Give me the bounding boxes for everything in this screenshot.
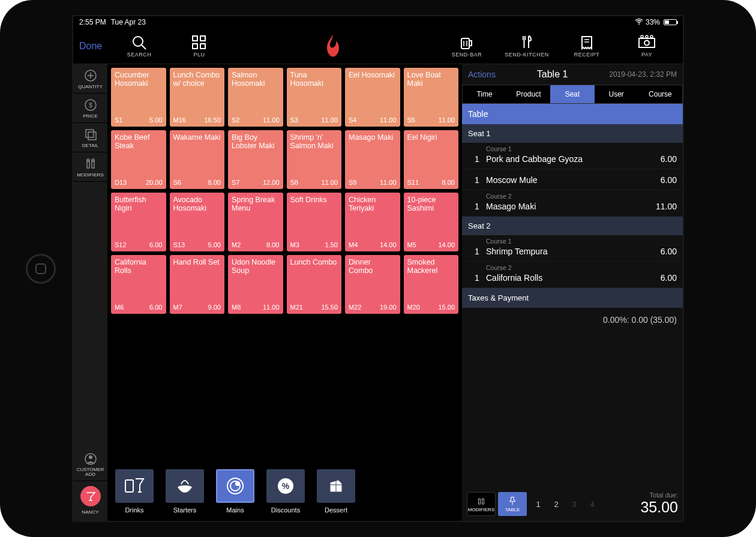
screen: 2:55 PM Tue Apr 23 33% Done SEARCH PLU [72,15,684,522]
nancy-user-button[interactable]: NANCY [73,481,107,521]
product-card[interactable]: Shrimp 'n' Salmon MakiS811.00 [287,130,342,189]
line-price: 6.00 [641,154,677,164]
product-card[interactable]: Tuna HosomakiS311.00 [287,68,342,127]
filter-product[interactable]: Product [506,85,550,103]
search-icon [131,35,147,50]
table-section-header[interactable]: Table [462,104,683,124]
product-card[interactable]: Love Boat MakiS511.00 [404,68,459,127]
product-name: Soft Drinks [290,196,338,204]
svg-rect-4 [200,36,205,41]
product-price: 11.00 [321,116,338,124]
filter-tabs: TimeProductSeatUserCourse [462,85,683,104]
home-button[interactable] [26,254,56,284]
modifiers-icon [476,496,486,506]
product-name: Lunch Combo w/ choice [173,71,221,88]
product-card[interactable]: Eel NigiriS118.00 [404,130,459,189]
seat-header[interactable]: Seat 1 [462,124,683,143]
cash-icon [638,35,656,50]
product-card[interactable]: Big Boy Lobster MakiS712.00 [228,130,283,189]
svg-rect-37 [482,499,484,504]
page-4: 4 [583,492,601,516]
category-mains[interactable]: Mains [213,469,257,514]
line-price: 6.00 [641,175,677,185]
product-code: S11 [407,179,419,186]
product-code: S8 [290,179,298,186]
product-code: M3 [290,241,299,248]
product-grid: Cucumber HosomakiS15.00Lunch Combo w/ ch… [111,68,458,314]
line-price: 6.00 [641,247,677,256]
taxes-header[interactable]: Taxes & Payment [462,288,683,308]
product-code: M22 [349,304,361,311]
category-dessert[interactable]: Dessert [314,469,358,514]
page-1[interactable]: 1 [529,492,547,516]
receipt-icon [579,35,595,50]
svg-rect-23 [88,132,96,140]
product-card[interactable]: Eel HosomakiS411.00 [345,68,400,127]
order-line[interactable]: 1Shrimp Tempura6.00 [462,245,683,262]
category-drinks[interactable]: Drinks [112,469,157,514]
product-card[interactable]: Butterfish NigiriS126.00 [111,193,166,251]
svg-rect-12 [639,38,655,47]
svg-rect-7 [461,38,469,49]
page-2[interactable]: 2 [547,492,565,516]
product-card[interactable]: Kobe Beef SteakD1320.00 [111,130,166,189]
product-card[interactable]: Salmon HosomakiS211.00 [228,68,283,127]
category-starters[interactable]: Starters [163,469,207,514]
receipt-button[interactable]: RECEIPT [557,35,617,58]
pay-button[interactable]: PAY [617,35,677,58]
product-price: 11.00 [380,116,397,124]
logo [229,34,437,58]
product-card[interactable]: Masago MakiS911.00 [345,130,400,189]
seat-header[interactable]: Seat 2 [462,217,683,235]
product-card[interactable]: Chicken TeriyakiM414.00 [345,193,400,251]
quantity-button[interactable]: QUANTITY [73,64,107,94]
done-button[interactable]: Done [79,41,109,52]
filter-seat[interactable]: Seat [550,85,594,103]
product-name: Kobe Beef Steak [115,133,163,150]
product-card[interactable]: California RollsM66.00 [111,255,166,314]
filter-time[interactable]: Time [463,85,506,103]
total-due-value: 35.00 [640,499,678,516]
order-line[interactable]: 1California Rolls6.00 [462,271,683,288]
order-line[interactable]: 1Moscow Mule6.00 [462,169,683,190]
product-card[interactable]: Udon Noodle SoupM811.00 [228,255,283,314]
category-label: Mains [226,506,244,514]
battery-percent: 33% [646,18,660,26]
product-card[interactable]: Hand Roll SetM79.00 [170,255,225,314]
product-card[interactable]: Soft DrinksM31.50 [287,193,342,251]
customer-add-button[interactable]: CUSTOMER ADD [73,448,107,481]
svg-point-0 [638,23,640,25]
product-card[interactable]: Avocado HosomakiS135.00 [170,193,225,251]
detail-button[interactable]: DETAIL [73,123,107,152]
send-bar-button[interactable]: SEND-BAR [437,35,497,58]
actions-button[interactable]: Actions [468,70,496,79]
product-card[interactable]: Cucumber HosomakiS15.00 [111,68,166,127]
modifiers-button[interactable]: MODIFIERS [73,152,107,182]
line-qty: 1 [468,247,486,256]
line-qty: 1 [468,273,486,283]
product-card[interactable]: Dinner ComboM2219.00 [345,255,400,314]
product-card[interactable]: Smoked MackerelM2015.00 [404,255,459,314]
category-discounts[interactable]: %Discounts [263,469,308,514]
svg-rect-24 [87,161,89,168]
price-button[interactable]: $ PRICE [73,94,107,123]
product-card[interactable]: 10-piece SashimiM514.00 [404,193,459,251]
order-line[interactable]: 1Pork and Cabbage Gyoza6.00 [462,152,683,169]
foot-modifiers-button[interactable]: MODIFIERS [467,492,496,516]
send-kitchen-button[interactable]: SEND-KITCHEN [497,35,557,58]
filter-course[interactable]: Course [638,85,682,103]
product-card[interactable]: Lunch ComboM2115.50 [287,255,342,314]
product-card[interactable]: Wakame MakiS68.00 [170,130,225,189]
svg-rect-3 [193,36,197,41]
product-card[interactable]: Spring Break MenuM28.00 [228,193,283,251]
search-button[interactable]: SEARCH [109,35,169,58]
plu-button[interactable]: PLU [169,35,229,58]
status-date: Tue Apr 23 [111,18,146,26]
order-line[interactable]: 1Masago Maki11.00 [462,200,683,217]
foot-table-button[interactable]: TABLE [498,492,527,516]
product-name: Spring Break Menu [232,196,280,212]
filter-user[interactable]: User [595,85,638,103]
product-name: Tuna Hosomaki [290,71,338,88]
product-card[interactable]: Lunch Combo w/ choiceM1616.50 [170,68,225,127]
svg-point-14 [641,35,643,38]
